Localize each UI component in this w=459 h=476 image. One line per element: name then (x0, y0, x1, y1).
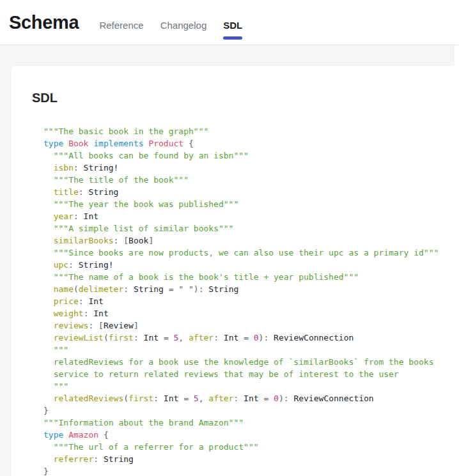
tab-bar: Reference Changelog SDL (99, 20, 242, 31)
vertical-scrollbar[interactable] (455, 45, 459, 476)
content-area: SDL """The basic book in the graph""" ty… (0, 45, 459, 476)
page-title: Schema (9, 12, 79, 33)
sdl-code: """The basic book in the graph""" type B… (43, 125, 442, 476)
sdl-card: SDL """The basic book in the graph""" ty… (11, 66, 455, 476)
tab-reference[interactable]: Reference (99, 20, 143, 31)
sdl-heading: SDL (32, 89, 442, 107)
app-header: Schema Reference Changelog SDL (0, 0, 459, 45)
tab-changelog[interactable]: Changelog (160, 20, 207, 31)
tab-sdl[interactable]: SDL (223, 20, 242, 31)
sdl-code-content: """The basic book in the graph""" type B… (43, 127, 439, 476)
